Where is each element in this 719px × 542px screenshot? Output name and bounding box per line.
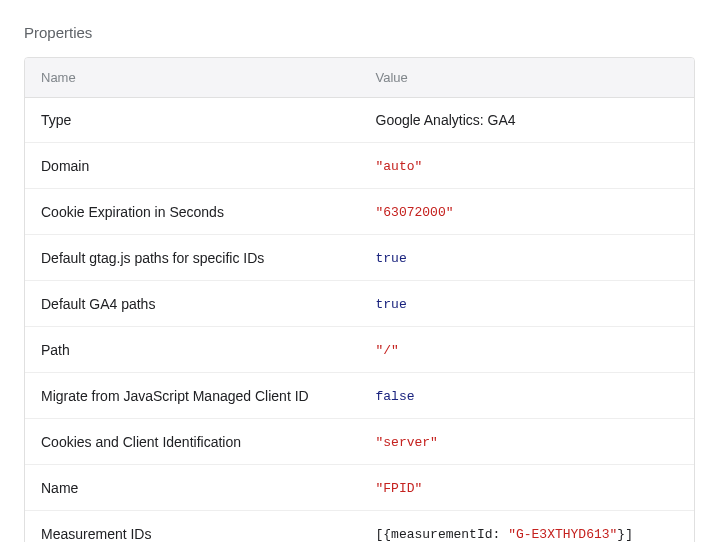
property-value: "/" — [360, 327, 695, 373]
property-name: Cookies and Client Identification — [25, 419, 360, 465]
table-row: Migrate from JavaScript Managed Client I… — [25, 373, 694, 419]
table-row: Cookie Expiration in Seconds"63072000" — [25, 189, 694, 235]
property-name: Path — [25, 327, 360, 373]
value-boolean: true — [376, 297, 407, 312]
value-boolean: true — [376, 251, 407, 266]
property-value: true — [360, 281, 695, 327]
value-object-suffix: }] — [617, 527, 633, 542]
property-name: Name — [25, 465, 360, 511]
table-row: Cookies and Client Identification"server… — [25, 419, 694, 465]
properties-panel: Properties Name Value TypeGoogle Analyti… — [24, 24, 695, 542]
value-string: "/" — [376, 343, 399, 358]
panel-title: Properties — [24, 24, 695, 41]
properties-table-body: TypeGoogle Analytics: GA4Domain"auto"Coo… — [25, 98, 694, 542]
property-value: "63072000" — [360, 189, 695, 235]
value-string: "FPID" — [376, 481, 423, 496]
property-value: "server" — [360, 419, 695, 465]
table-row: Default GA4 pathstrue — [25, 281, 694, 327]
property-name: Default GA4 paths — [25, 281, 360, 327]
property-name: Default gtag.js paths for specific IDs — [25, 235, 360, 281]
table-row: Domain"auto" — [25, 143, 694, 189]
table-row: Name"FPID" — [25, 465, 694, 511]
value-string: "auto" — [376, 159, 423, 174]
property-value: true — [360, 235, 695, 281]
property-value: Google Analytics: GA4 — [360, 98, 695, 143]
property-value: false — [360, 373, 695, 419]
table-row: Path"/" — [25, 327, 694, 373]
property-value: "auto" — [360, 143, 695, 189]
properties-table: Name Value TypeGoogle Analytics: GA4Doma… — [24, 57, 695, 542]
value-object-string: "G-E3XTHYD613" — [508, 527, 617, 542]
column-header-value: Value — [360, 58, 695, 98]
property-name: Migrate from JavaScript Managed Client I… — [25, 373, 360, 419]
property-name: Type — [25, 98, 360, 143]
property-value: "FPID" — [360, 465, 695, 511]
value-boolean: false — [376, 389, 415, 404]
property-name: Domain — [25, 143, 360, 189]
property-name: Measurement IDs — [25, 511, 360, 542]
property-value: [{measurementId: "G-E3XTHYD613"}] — [360, 511, 695, 542]
value-plain: Google Analytics: GA4 — [376, 112, 516, 128]
table-row: Measurement IDs[{measurementId: "G-E3XTH… — [25, 511, 694, 542]
table-row: TypeGoogle Analytics: GA4 — [25, 98, 694, 143]
value-object-prefix: [{measurementId: — [376, 527, 509, 542]
column-header-name: Name — [25, 58, 360, 98]
value-string: "server" — [376, 435, 438, 450]
table-row: Default gtag.js paths for specific IDstr… — [25, 235, 694, 281]
value-string: "63072000" — [376, 205, 454, 220]
property-name: Cookie Expiration in Seconds — [25, 189, 360, 235]
